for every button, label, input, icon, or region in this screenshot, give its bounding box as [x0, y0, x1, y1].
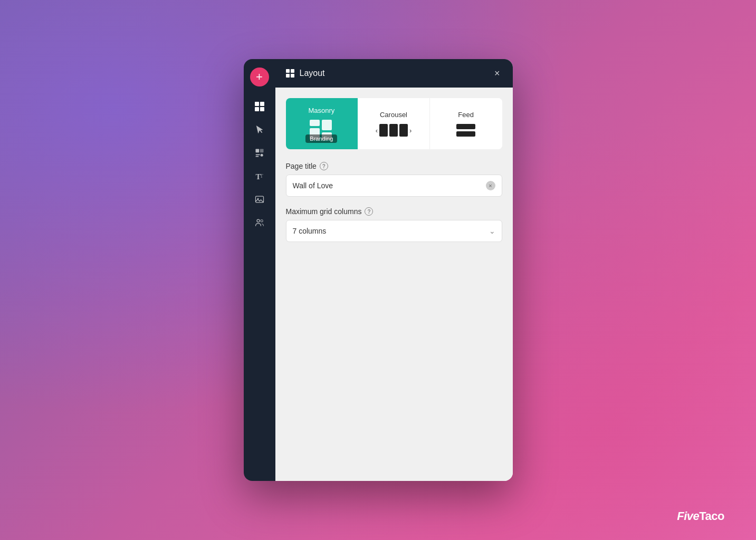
chevron-down-icon: ⌄: [489, 227, 495, 235]
page-title-input-wrapper: ×: [286, 175, 502, 197]
max-columns-label: Maximum grid columns ?: [286, 207, 502, 216]
paint-icon: [254, 148, 265, 158]
svg-rect-9: [310, 120, 320, 126]
text-icon: T T: [254, 171, 265, 181]
sidebar-item-cursor[interactable]: [250, 120, 269, 139]
panel-header: Layout ×: [275, 59, 513, 88]
sidebar-item-text[interactable]: T T: [250, 167, 269, 186]
feed-label: Feed: [458, 111, 474, 119]
layout-option-feed[interactable]: Feed: [430, 98, 502, 149]
panel-content: Masonry Branding Carousel ‹: [275, 88, 513, 481]
page-title-field-group: Page title ? ×: [286, 162, 502, 197]
layout-options: Masonry Branding Carousel ‹: [286, 98, 502, 149]
svg-point-7: [257, 219, 260, 222]
sidebar-item-grid[interactable]: [250, 97, 269, 116]
sidebar-item-paint[interactable]: [250, 143, 269, 162]
grid-icon: [255, 102, 264, 111]
svg-rect-1: [260, 149, 263, 153]
max-columns-help-icon[interactable]: ?: [365, 207, 373, 216]
page-title-label: Page title ?: [286, 162, 502, 170]
svg-point-8: [261, 220, 263, 222]
page-title-help-icon[interactable]: ?: [320, 162, 328, 170]
page-title-clear-button[interactable]: ×: [486, 181, 495, 190]
watermark-five: Five: [677, 509, 699, 523]
masonry-label: Masonry: [308, 107, 334, 114]
cursor-icon: [254, 124, 265, 135]
layout-option-masonry[interactable]: Masonry Branding: [286, 98, 358, 149]
app-container: + T T: [244, 59, 513, 481]
max-columns-field-group: Maximum grid columns ? 7 columns ⌄: [286, 207, 502, 242]
svg-point-2: [260, 154, 263, 157]
carousel-preview-icon: ‹ ›: [376, 124, 412, 137]
svg-text:T: T: [260, 173, 263, 179]
svg-rect-10: [322, 120, 332, 130]
carousel-label: Carousel: [380, 111, 407, 119]
watermark: FiveTaco: [677, 509, 724, 523]
close-button[interactable]: ×: [492, 66, 502, 80]
watermark-taco: Taco: [699, 509, 724, 523]
users-icon: [254, 217, 265, 228]
branding-badge: Branding: [305, 134, 337, 143]
sidebar-item-users[interactable]: [250, 213, 269, 232]
image-icon: [254, 194, 265, 205]
add-button[interactable]: +: [250, 68, 269, 86]
layout-option-carousel[interactable]: Carousel ‹ ›: [358, 98, 430, 149]
sidebar: + T T: [244, 59, 275, 481]
max-columns-select[interactable]: 7 columns ⌄: [286, 220, 502, 242]
page-title-input[interactable]: [293, 181, 486, 190]
svg-rect-0: [255, 149, 259, 153]
feed-preview-icon: [456, 124, 475, 137]
panel-title: Layout: [300, 69, 325, 78]
sidebar-item-image[interactable]: [250, 190, 269, 209]
layout-icon: [286, 69, 294, 78]
max-columns-value: 7 columns: [293, 227, 489, 235]
main-panel: Layout × Masonry Branding: [275, 59, 513, 481]
panel-header-left: Layout: [286, 69, 325, 78]
